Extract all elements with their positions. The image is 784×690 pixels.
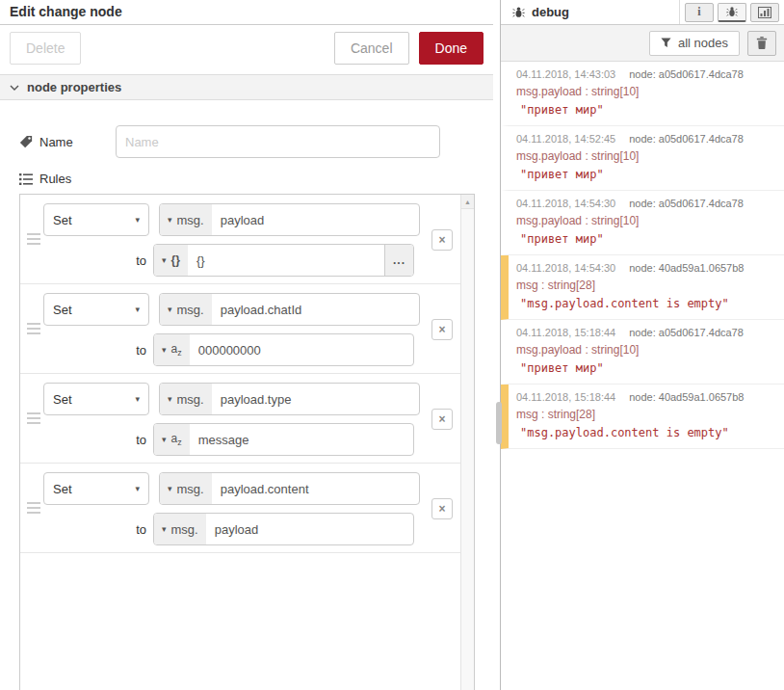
message-property[interactable]: msg.payload : string[10] xyxy=(516,149,776,163)
rules-scrollbar[interactable]: ▲ xyxy=(460,195,474,690)
message-value[interactable]: "привет мир" xyxy=(516,361,776,375)
debug-message-list: 04.11.2018, 14:43:03node: a05d0617.4dca7… xyxy=(501,62,784,690)
rules-list: Set ▾ ▾ msg. payload xyxy=(20,195,460,690)
caret-down-icon: ▾ xyxy=(168,394,172,404)
message-node: node: a05d0617.4dca78 xyxy=(629,133,744,145)
debug-message[interactable]: 04.11.2018, 14:54:30node: a05d0617.4dca7… xyxy=(501,191,784,255)
section-node-properties[interactable]: node properties xyxy=(0,74,493,100)
rule-row: Set ▾ ▾ msg. payload xyxy=(20,195,460,284)
value-type-button[interactable]: ▾ az xyxy=(154,424,190,455)
to-label: to xyxy=(20,522,153,537)
debug-sidebar: debug i al xyxy=(500,0,784,690)
scrollbar-thumb[interactable] xyxy=(496,402,502,444)
name-input[interactable] xyxy=(116,125,440,158)
cancel-button[interactable]: Cancel xyxy=(334,32,409,65)
debug-toolbar: all nodes xyxy=(501,25,784,62)
rules-container: Set ▾ ▾ msg. payload xyxy=(19,194,475,690)
rule-action-select[interactable]: Set ▾ xyxy=(43,472,149,505)
remove-rule-button[interactable]: × xyxy=(431,498,453,519)
message-value[interactable]: "привет мир" xyxy=(516,103,776,117)
debug-message-warning[interactable]: 04.11.2018, 14:54:30node: 40ad59a1.0657b… xyxy=(501,255,784,320)
dialog-toolbar: Delete Cancel Done xyxy=(0,25,493,65)
caret-down-icon: ▾ xyxy=(135,394,140,404)
filter-icon xyxy=(661,38,671,48)
bug-icon xyxy=(512,6,525,18)
debug-tab-button[interactable] xyxy=(718,3,746,22)
rule-property-input[interactable]: ▾ msg. payload.content xyxy=(159,472,420,505)
value-type-button[interactable]: ▾ az xyxy=(154,334,190,365)
dashboard-tab-button[interactable] xyxy=(750,3,779,22)
rule-value-input[interactable]: ▾ {} {} ... xyxy=(153,244,414,277)
string-type-icon: az xyxy=(171,432,182,447)
property-type-button[interactable]: ▾ msg. xyxy=(160,473,212,504)
edit-change-node-dialog: Edit change node Delete Cancel Done node… xyxy=(0,0,493,690)
property-type-button[interactable]: ▾ msg. xyxy=(160,384,212,414)
caret-down-icon: ▾ xyxy=(162,255,167,265)
remove-rule-button[interactable]: × xyxy=(431,319,453,340)
delete-button[interactable]: Delete xyxy=(10,32,81,65)
message-node: node: 40ad59a1.0657b8 xyxy=(629,262,744,274)
scroll-up-icon[interactable]: ▲ xyxy=(461,195,474,209)
clear-messages-button[interactable] xyxy=(747,31,776,56)
caret-down-icon: ▾ xyxy=(135,215,140,225)
list-icon xyxy=(19,173,33,185)
message-property[interactable]: msg.payload : string[10] xyxy=(516,343,776,357)
caret-down-icon: ▾ xyxy=(162,435,167,444)
message-property[interactable]: msg : string[28] xyxy=(516,408,776,421)
message-property[interactable]: msg.payload : string[10] xyxy=(516,214,776,227)
rule-row: Set ▾ ▾ msg. payload.chatId xyxy=(20,284,460,374)
message-property[interactable]: msg : string[28] xyxy=(516,279,776,292)
to-label: to xyxy=(20,253,153,268)
rules-label: Rules xyxy=(19,172,493,186)
message-timestamp: 04.11.2018, 15:18:44 xyxy=(516,391,615,403)
message-node: node: 40ad59a1.0657b8 xyxy=(629,391,744,403)
message-property[interactable]: msg.payload : string[10] xyxy=(516,85,776,98)
rule-action-select[interactable]: Set ▾ xyxy=(43,383,149,415)
chevron-down-icon xyxy=(10,84,19,92)
rule-row: Set ▾ ▾ msg. payload.content xyxy=(20,464,460,553)
debug-message[interactable]: 04.11.2018, 15:18:44node: a05d0617.4dca7… xyxy=(501,320,784,385)
caret-down-icon: ▾ xyxy=(162,345,167,355)
bug-icon xyxy=(726,6,738,17)
rule-property-input[interactable]: ▾ msg. payload.type xyxy=(159,383,420,415)
filter-button[interactable]: all nodes xyxy=(649,31,740,56)
rule-action-select[interactable]: Set ▾ xyxy=(43,203,149,236)
done-button[interactable]: Done xyxy=(419,32,483,65)
rule-action-select[interactable]: Set ▾ xyxy=(43,293,149,326)
rule-property-input[interactable]: ▾ msg. payload xyxy=(159,203,420,236)
debug-message[interactable]: 04.11.2018, 14:52:45node: a05d0617.4dca7… xyxy=(501,126,784,191)
rule-value-input[interactable]: ▾ az message xyxy=(153,423,414,456)
expand-editor-button[interactable]: ... xyxy=(384,245,413,276)
remove-rule-button[interactable]: × xyxy=(431,229,453,251)
value-type-button[interactable]: ▾ {} xyxy=(154,245,188,276)
message-value[interactable]: "привет мир" xyxy=(516,232,776,246)
rule-value-input[interactable]: ▾ msg. payload xyxy=(153,513,414,545)
to-label: to xyxy=(20,343,153,358)
message-value[interactable]: "msg.payload.content is empty" xyxy=(516,426,776,439)
rule-property-input[interactable]: ▾ msg. payload.chatId xyxy=(159,293,420,326)
name-row: Name xyxy=(19,125,493,158)
property-type-button[interactable]: ▾ msg. xyxy=(160,294,212,325)
message-value[interactable]: "привет мир" xyxy=(516,168,776,181)
rule-row: Set ▾ ▾ msg. payload.type xyxy=(20,374,460,464)
info-tab-button[interactable]: i xyxy=(685,3,714,22)
debug-message-warning[interactable]: 04.11.2018, 15:18:44node: 40ad59a1.0657b… xyxy=(501,385,784,449)
string-type-icon: az xyxy=(171,342,182,358)
value-type-button[interactable]: ▾ msg. xyxy=(154,514,206,544)
sidebar-tab-buttons: i xyxy=(680,0,784,24)
tag-icon xyxy=(19,135,33,148)
section-label: node properties xyxy=(27,80,121,94)
editor-scrollbar[interactable] xyxy=(494,98,504,690)
message-timestamp: 04.11.2018, 14:54:30 xyxy=(516,198,615,209)
property-type-button[interactable]: ▾ msg. xyxy=(160,204,212,235)
remove-rule-button[interactable]: × xyxy=(431,409,453,430)
tab-debug[interactable]: debug xyxy=(501,0,680,24)
to-label: to xyxy=(20,433,153,447)
caret-down-icon: ▾ xyxy=(162,524,167,534)
dialog-title: Edit change node xyxy=(0,0,493,25)
caret-down-icon: ▾ xyxy=(168,215,172,225)
debug-message[interactable]: 04.11.2018, 14:43:03node: a05d0617.4dca7… xyxy=(501,62,784,126)
rule-value-input[interactable]: ▾ az 000000000 xyxy=(153,333,414,366)
caret-down-icon: ▾ xyxy=(135,305,140,314)
message-value[interactable]: "msg.payload.content is empty" xyxy=(516,297,776,310)
